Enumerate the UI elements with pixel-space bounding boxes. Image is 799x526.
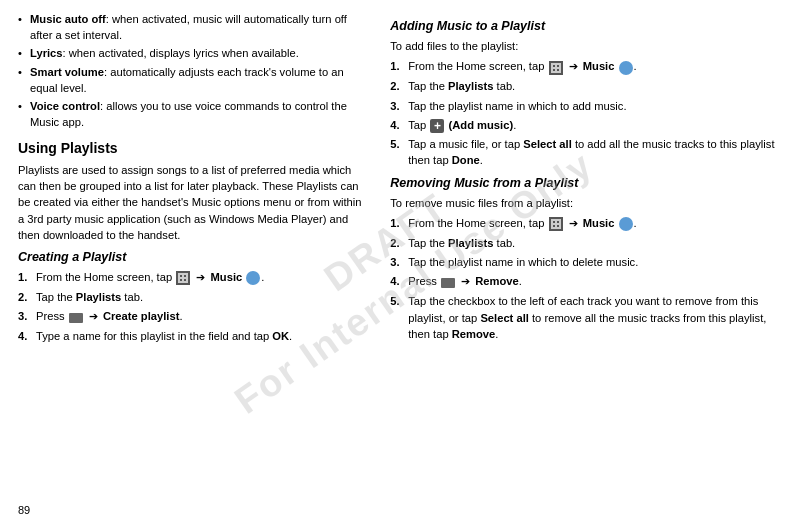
music-icon — [246, 271, 260, 285]
adding-music-steps: 1. From the Home screen, tap ➔ Music . 2… — [390, 58, 781, 168]
remove-label2: Remove — [452, 328, 496, 340]
step-3: 3. Press ➔ Create playlist. — [18, 308, 370, 325]
subsection-heading-creating: Creating a Playlist — [18, 249, 370, 265]
arrow-icon: ➔ — [569, 59, 578, 75]
step-4: 4. Type a name for this playlist in the … — [18, 328, 370, 344]
done-label: Done — [452, 154, 480, 166]
add-music-label: (Add music) — [449, 119, 514, 131]
step-2: 2. Tap the Playlists tab. — [18, 289, 370, 305]
select-all-label: Select all — [523, 138, 572, 150]
music-icon — [619, 217, 633, 231]
create-playlist-label: Create playlist — [103, 310, 179, 322]
subsection-heading-adding: Adding Music to a Playlist — [390, 18, 781, 34]
menu-icon — [69, 313, 83, 323]
grid-icon — [549, 61, 563, 75]
add-step-4: 4. Tap + (Add music). — [390, 117, 781, 133]
term: Music auto off — [30, 13, 106, 25]
music-label: Music — [211, 271, 243, 283]
arrow-icon: ➔ — [89, 309, 98, 325]
left-column: Music auto off: when activated, music wi… — [18, 10, 384, 516]
section-heading-playlists: Using Playlists — [18, 139, 370, 157]
term: Smart volume — [30, 66, 104, 78]
menu-icon — [441, 278, 455, 288]
list-item: Smart volume: automatically adjusts each… — [18, 65, 370, 96]
page-number: 89 — [18, 504, 30, 516]
term: Voice control — [30, 100, 100, 112]
rem-step-1: 1. From the Home screen, tap ➔ Music . — [390, 215, 781, 232]
plus-icon: + — [430, 119, 444, 133]
creating-playlist-steps: 1. From the Home screen, tap ➔ Music . 2… — [18, 269, 370, 344]
list-item: Voice control: allows you to use voice c… — [18, 99, 370, 130]
term: Lyrics — [30, 47, 63, 59]
select-all-label: Select all — [480, 312, 529, 324]
rem-step-5: 5. Tap the checkbox to the left of each … — [390, 293, 781, 342]
adding-intro: To add files to the playlist: — [390, 38, 781, 54]
playlists-label: Playlists — [76, 291, 121, 303]
grid-icon — [176, 271, 190, 285]
add-step-1: 1. From the Home screen, tap ➔ Music . — [390, 58, 781, 75]
bullet-list: Music auto off: when activated, music wi… — [18, 12, 370, 131]
page-container: Music auto off: when activated, music wi… — [0, 0, 799, 526]
list-item: Music auto off: when activated, music wi… — [18, 12, 370, 43]
add-step-2: 2. Tap the Playlists tab. — [390, 78, 781, 94]
list-item: Lyrics: when activated, displays lyrics … — [18, 46, 370, 62]
music-label: Music — [583, 217, 615, 229]
playlists-label: Playlists — [448, 237, 493, 249]
playlists-label: Playlists — [448, 80, 493, 92]
remove-label: Remove — [475, 275, 519, 287]
rem-step-3: 3. Tap the playlist name in which to del… — [390, 254, 781, 270]
removing-intro: To remove music files from a playlist: — [390, 195, 781, 211]
section-body-playlists: Playlists are used to assign songs to a … — [18, 162, 370, 243]
removing-music-steps: 1. From the Home screen, tap ➔ Music . 2… — [390, 215, 781, 342]
arrow-icon: ➔ — [569, 216, 578, 232]
step-1: 1. From the Home screen, tap ➔ Music . — [18, 269, 370, 286]
music-label: Music — [583, 60, 615, 72]
right-column: Adding Music to a Playlist To add files … — [384, 10, 781, 516]
arrow-icon: ➔ — [461, 274, 470, 290]
add-step-5: 5. Tap a music file, or tap Select all t… — [390, 136, 781, 168]
rem-step-2: 2. Tap the Playlists tab. — [390, 235, 781, 251]
arrow-icon: ➔ — [196, 270, 205, 286]
grid-icon — [549, 217, 563, 231]
ok-label: OK — [272, 330, 289, 342]
music-icon — [619, 61, 633, 75]
rem-step-4: 4. Press ➔ Remove. — [390, 273, 781, 290]
subsection-heading-removing: Removing Music from a Playlist — [390, 175, 781, 191]
add-step-3: 3. Tap the playlist name in which to add… — [390, 98, 781, 114]
